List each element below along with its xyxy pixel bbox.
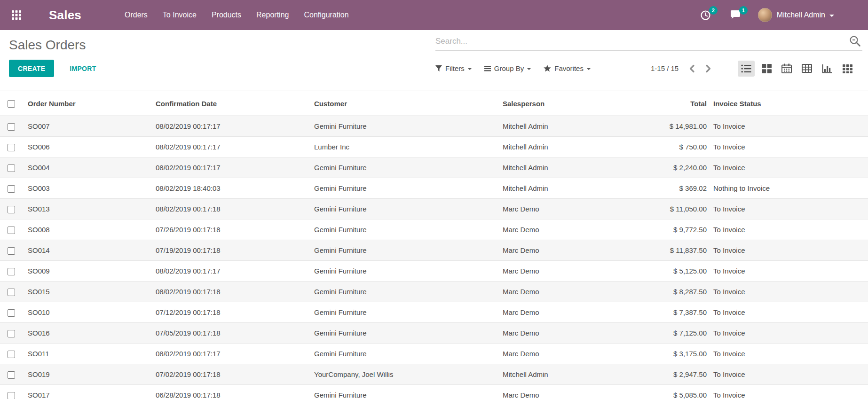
search-input[interactable] bbox=[435, 37, 849, 46]
chevron-down-icon bbox=[468, 68, 472, 70]
cell-order-number: SO004 bbox=[22, 157, 150, 178]
column-customer[interactable]: Customer bbox=[308, 91, 497, 116]
view-graph-icon[interactable] bbox=[819, 61, 836, 77]
cell-salesperson: Mitchell Admin bbox=[497, 364, 602, 385]
row-checkbox[interactable] bbox=[8, 289, 15, 296]
view-pivot-icon[interactable] bbox=[798, 61, 815, 77]
row-checkbox[interactable] bbox=[8, 164, 15, 172]
orders-table-body: SO007 08/02/2019 00:17:17 Gemini Furnitu… bbox=[0, 116, 868, 399]
column-salesperson[interactable]: Salesperson bbox=[497, 91, 602, 116]
column-total[interactable]: Total bbox=[602, 91, 710, 116]
menu-reporting[interactable]: Reporting bbox=[256, 11, 289, 19]
row-checkbox[interactable] bbox=[8, 247, 15, 255]
row-checkbox[interactable] bbox=[8, 227, 15, 234]
table-row[interactable]: SO016 07/05/2019 00:17:18 Gemini Furnitu… bbox=[0, 323, 868, 344]
group-by-dropdown[interactable]: Group By bbox=[484, 64, 531, 72]
cell-customer: Gemini Furniture bbox=[308, 302, 497, 323]
group-by-label: Group By bbox=[494, 64, 524, 72]
filters-label: Filters bbox=[445, 64, 465, 72]
orders-table-header: Order Number Confirmation Date Customer … bbox=[0, 91, 868, 116]
row-checkbox[interactable] bbox=[8, 206, 15, 213]
cell-invoice-status: To Invoice bbox=[710, 385, 868, 399]
pager-value[interactable]: 1-15 / 15 bbox=[651, 64, 679, 72]
cell-salesperson: Marc Demo bbox=[497, 219, 602, 240]
cell-invoice-status: To Invoice bbox=[710, 157, 868, 178]
cell-order-number: SO017 bbox=[22, 385, 150, 399]
app-name[interactable]: Sales bbox=[49, 8, 81, 23]
cell-total: $ 2,240.00 bbox=[602, 157, 710, 178]
create-button[interactable]: CREATE bbox=[9, 60, 54, 77]
filters-dropdown[interactable]: Filters bbox=[435, 64, 472, 72]
favorites-dropdown[interactable]: Favorites bbox=[544, 64, 591, 72]
apps-grid-icon[interactable] bbox=[10, 9, 23, 21]
cell-order-number: SO009 bbox=[22, 261, 150, 282]
pager: 1-15 / 15 bbox=[651, 60, 711, 77]
row-checkbox[interactable] bbox=[8, 371, 15, 379]
table-row[interactable]: SO013 08/02/2019 00:17:18 Gemini Furnitu… bbox=[0, 199, 868, 219]
cell-invoice-status: To Invoice bbox=[710, 282, 868, 302]
table-row[interactable]: SO006 08/02/2019 00:17:17 Lumber Inc Mit… bbox=[0, 137, 868, 157]
menu-to-invoice[interactable]: To Invoice bbox=[163, 11, 197, 19]
table-row[interactable]: SO009 08/02/2019 00:17:17 Gemini Furnitu… bbox=[0, 261, 868, 282]
orders-table: Order Number Confirmation Date Customer … bbox=[0, 91, 868, 399]
next-page-icon[interactable] bbox=[705, 64, 711, 73]
search-icon[interactable] bbox=[849, 35, 861, 47]
menu-products[interactable]: Products bbox=[212, 11, 241, 19]
app-menu: Orders To Invoice Products Reporting Con… bbox=[125, 11, 349, 19]
table-row[interactable]: SO004 08/02/2019 00:17:17 Gemini Furnitu… bbox=[0, 157, 868, 178]
view-switcher bbox=[738, 60, 856, 77]
view-kanban-icon[interactable] bbox=[758, 61, 775, 77]
row-checkbox[interactable] bbox=[8, 309, 15, 317]
chevron-down-icon bbox=[587, 68, 591, 70]
cell-order-number: SO006 bbox=[22, 137, 150, 157]
messages-icon[interactable]: 1 bbox=[730, 10, 741, 20]
table-row[interactable]: SO008 07/26/2019 00:17:18 Gemini Furnitu… bbox=[0, 219, 868, 240]
user-menu[interactable]: Mitchell Admin bbox=[758, 8, 834, 22]
table-row[interactable]: SO019 07/02/2019 00:17:18 YourCompany, J… bbox=[0, 364, 868, 385]
select-all-checkbox[interactable] bbox=[8, 100, 15, 108]
cell-customer: Lumber Inc bbox=[308, 137, 497, 157]
table-row[interactable]: SO007 08/02/2019 00:17:17 Gemini Furnitu… bbox=[0, 116, 868, 137]
import-button[interactable]: IMPORT bbox=[67, 64, 99, 73]
cell-customer: YourCompany, Joel Willis bbox=[308, 364, 497, 385]
cell-order-number: SO014 bbox=[22, 240, 150, 261]
row-checkbox[interactable] bbox=[8, 351, 15, 358]
row-checkbox[interactable] bbox=[8, 144, 15, 151]
row-checkbox[interactable] bbox=[8, 392, 15, 399]
view-activity-icon[interactable] bbox=[839, 61, 856, 77]
menu-configuration[interactable]: Configuration bbox=[304, 11, 348, 19]
cell-total: $ 7,387.50 bbox=[602, 302, 710, 323]
cell-customer: Gemini Furniture bbox=[308, 240, 497, 261]
column-order-number[interactable]: Order Number bbox=[22, 91, 150, 116]
row-checkbox[interactable] bbox=[8, 185, 15, 193]
cell-customer: Gemini Furniture bbox=[308, 199, 497, 219]
cell-total: $ 750.00 bbox=[602, 137, 710, 157]
cell-confirmation-date: 08/02/2019 00:17:17 bbox=[150, 261, 308, 282]
row-checkbox[interactable] bbox=[8, 268, 15, 275]
action-buttons: CREATE IMPORT bbox=[9, 60, 99, 77]
table-row[interactable]: SO017 06/28/2019 00:17:18 Gemini Furnitu… bbox=[0, 385, 868, 399]
cell-customer: Gemini Furniture bbox=[308, 219, 497, 240]
prev-page-icon[interactable] bbox=[689, 64, 695, 73]
column-invoice-status[interactable]: Invoice Status bbox=[710, 91, 868, 116]
table-row[interactable]: SO014 07/19/2019 00:17:18 Gemini Furnitu… bbox=[0, 240, 868, 261]
cell-salesperson: Marc Demo bbox=[497, 240, 602, 261]
column-confirmation-date[interactable]: Confirmation Date bbox=[150, 91, 308, 116]
top-navbar: Sales Orders To Invoice Products Reporti… bbox=[0, 0, 868, 30]
cell-invoice-status: To Invoice bbox=[710, 364, 868, 385]
row-checkbox[interactable] bbox=[8, 330, 15, 337]
view-calendar-icon[interactable] bbox=[778, 61, 795, 77]
cell-customer: Gemini Furniture bbox=[308, 178, 497, 199]
chevron-down-icon bbox=[829, 15, 834, 17]
activity-clock-icon[interactable]: 2 bbox=[700, 10, 711, 21]
table-row[interactable]: SO003 08/02/2019 18:40:03 Gemini Furnitu… bbox=[0, 178, 868, 199]
table-row[interactable]: SO011 08/02/2019 00:17:17 Gemini Furnitu… bbox=[0, 344, 868, 364]
table-row[interactable]: SO015 08/02/2019 00:17:18 Gemini Furnitu… bbox=[0, 282, 868, 302]
view-list-icon[interactable] bbox=[738, 61, 755, 77]
cell-salesperson: Marc Demo bbox=[497, 199, 602, 219]
search-bar bbox=[435, 32, 862, 51]
table-row[interactable]: SO010 07/12/2019 00:17:18 Gemini Furnitu… bbox=[0, 302, 868, 323]
menu-orders[interactable]: Orders bbox=[125, 11, 148, 19]
row-checkbox[interactable] bbox=[8, 123, 15, 131]
cell-confirmation-date: 07/12/2019 00:17:18 bbox=[150, 302, 308, 323]
